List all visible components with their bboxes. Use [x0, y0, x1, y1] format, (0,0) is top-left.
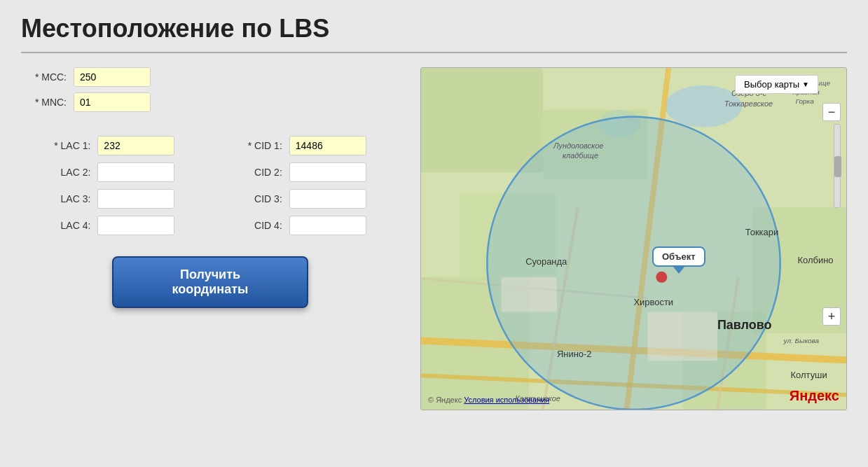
- map-container[interactable]: Озеро 3-е Токкаревское кладбище Красная …: [420, 67, 847, 410]
- lac-cid-grid: * LAC 1: * CID 1: LAC 2: CID 2: LAC 3: C…: [21, 136, 399, 235]
- copyright-link[interactable]: Условия использования: [464, 396, 549, 404]
- svg-text:Лундоловское: Лундоловское: [553, 141, 603, 150]
- svg-text:Янино-2: Янино-2: [557, 349, 592, 359]
- zoom-thumb[interactable]: [834, 156, 841, 177]
- main-content: * MCC: * MNC: * LAC 1: * CID 1: LAC 2:: [21, 67, 847, 410]
- lac3-input[interactable]: [97, 189, 174, 209]
- balloon-label: Объект: [662, 251, 696, 262]
- zoom-scrollbar[interactable]: [834, 124, 841, 208]
- map-panel: Озеро 3-е Токкаревское кладбище Красная …: [420, 67, 847, 410]
- svg-text:Токкари: Токкари: [745, 227, 778, 237]
- cid1-input[interactable]: [289, 136, 366, 155]
- mcc-label: * MCC:: [21, 71, 67, 83]
- get-coords-button[interactable]: Получить координаты: [112, 256, 308, 308]
- mcc-row: * MCC:: [21, 67, 399, 87]
- map-copyright: © Яндекс Условия использования: [428, 396, 549, 404]
- svg-point-16: [656, 272, 667, 283]
- cid1-label: * CID 1:: [215, 140, 282, 151]
- yandex-logo: Яндекс: [790, 388, 839, 404]
- page-title: Местоположение по LBS: [21, 14, 847, 43]
- map-select-label: Выбор карты: [744, 79, 799, 90]
- mcc-input[interactable]: [74, 67, 151, 87]
- lac3-label: LAC 3:: [21, 193, 90, 204]
- svg-text:Колбино: Колбино: [798, 255, 834, 265]
- svg-text:Токкаревское: Токкаревское: [724, 99, 773, 108]
- lac4-label: LAC 4:: [21, 220, 90, 231]
- yandex-text: Яндекс: [790, 388, 839, 403]
- divider: [21, 52, 847, 53]
- svg-text:кладбище: кладбище: [563, 151, 598, 160]
- svg-text:Суоранда: Суоранда: [525, 256, 567, 267]
- copyright-text: © Яндекс: [428, 396, 462, 404]
- map-balloon: Объект: [652, 246, 705, 267]
- cid3-label: CID 3:: [215, 193, 282, 204]
- svg-rect-18: [647, 312, 717, 361]
- cid3-input[interactable]: [289, 189, 366, 209]
- form-panel: * MCC: * MNC: * LAC 1: * CID 1: LAC 2:: [21, 67, 399, 308]
- svg-rect-17: [501, 277, 557, 312]
- lac2-input[interactable]: [97, 162, 174, 182]
- cid4-label: CID 4:: [215, 220, 282, 231]
- chevron-down-icon: ▼: [802, 81, 809, 88]
- svg-text:Хирвости: Хирвости: [634, 297, 674, 307]
- cid2-input[interactable]: [289, 162, 366, 182]
- zoom-plus-button[interactable]: +: [822, 307, 841, 326]
- mnc-input[interactable]: [74, 92, 151, 112]
- mnc-label: * MNC:: [21, 97, 67, 108]
- mnc-row: * MNC:: [21, 92, 399, 112]
- svg-text:Горка: Горка: [796, 97, 815, 105]
- svg-text:ул. Быкова: ул. Быкова: [783, 337, 820, 344]
- map-select-button[interactable]: Выбор карты ▼: [735, 75, 818, 94]
- cid2-label: CID 2:: [215, 167, 282, 178]
- lac4-input[interactable]: [97, 216, 174, 235]
- lac1-label: * LAC 1:: [21, 140, 90, 151]
- cid4-input[interactable]: [289, 216, 366, 235]
- svg-text:Колтуши: Колтуши: [791, 370, 827, 380]
- svg-rect-3: [421, 68, 543, 172]
- zoom-minus-button[interactable]: −: [822, 103, 841, 121]
- lac2-label: LAC 2:: [21, 167, 90, 178]
- lac1-input[interactable]: [97, 136, 174, 155]
- page-wrapper: Местоположение по LBS * MCC: * MNC: * LA…: [0, 0, 868, 467]
- map-svg: Озеро 3-е Токкаревское кладбище Красная …: [421, 68, 846, 410]
- svg-text:Павлово: Павлово: [717, 318, 771, 332]
